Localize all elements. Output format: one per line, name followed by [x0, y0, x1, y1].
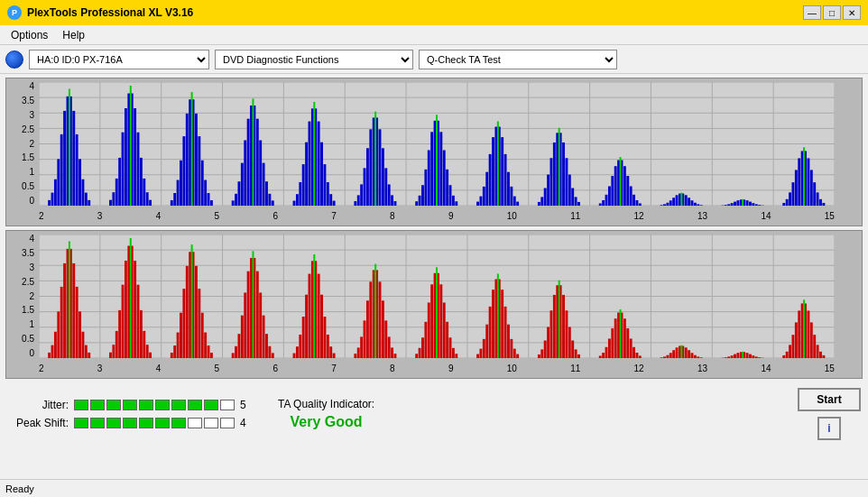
x-label-b: 2: [39, 364, 44, 373]
y-label-05: 0.5: [22, 182, 34, 191]
peak-seg-3: [106, 418, 121, 428]
close-button[interactable]: ✕: [843, 5, 861, 20]
menu-options[interactable]: Options: [4, 27, 55, 43]
minimize-button[interactable]: —: [803, 5, 821, 20]
y-label-4b: 4: [29, 235, 34, 244]
x-label: 11: [570, 211, 580, 221]
peak-seg-7: [171, 418, 186, 428]
quality-value: Very Good: [291, 414, 363, 430]
y-label-15b: 1.5: [22, 306, 34, 315]
window-controls: — □ ✕: [803, 5, 861, 20]
title-text: P PlexTools Professional XL V3.16: [7, 5, 193, 20]
x-label: 7: [331, 211, 337, 221]
y-label-35b: 3.5: [22, 249, 34, 258]
jitter-seg-9: [204, 400, 218, 410]
quality-section: TA Quality Indicator: Very Good: [278, 398, 374, 430]
jitter-value: 5: [240, 399, 251, 411]
y-label-2b: 2: [29, 292, 34, 301]
x-label: 13: [697, 211, 707, 221]
y-label-0: 0: [29, 197, 34, 206]
peak-seg-5: [139, 418, 153, 428]
x-label-b: 4: [156, 364, 162, 373]
y-label-35: 3.5: [22, 97, 34, 106]
metrics-left: Jitter: 5 Peak Shift:: [7, 399, 251, 429]
bottom-chart-container: 4 3.5 3 2.5 2 1.5 1 0.5 0 2 3 4 5 6 7 8 …: [5, 230, 863, 379]
bottom-chart-x-axis: 2 3 4 5 6 7 8 9 10 11 12 13 14 15: [39, 360, 835, 376]
y-label-4: 4: [29, 82, 34, 91]
peak-seg-1: [74, 418, 88, 428]
jitter-seg-7: [171, 400, 186, 410]
x-label-b: 12: [634, 364, 644, 373]
start-section: Start i: [798, 388, 861, 440]
title-bar: P PlexTools Professional XL V3.16 — □ ✕: [0, 0, 868, 25]
bottom-chart-inner: [39, 235, 835, 358]
peak-seg-2: [90, 418, 105, 428]
status-bar: Ready: [0, 479, 868, 497]
x-label: 3: [97, 211, 103, 221]
x-label: 15: [825, 211, 835, 221]
top-chart-container: 4 3.5 3 2.5 2 1.5 1 0.5 0 2 3 4 5 6 7 8 …: [5, 78, 863, 226]
peak-shift-value: 4: [240, 417, 251, 429]
y-label-2: 2: [29, 140, 34, 149]
x-label: 5: [215, 211, 220, 221]
y-label-0b: 0: [29, 349, 34, 358]
y-label-3b: 3: [29, 263, 34, 272]
test-select[interactable]: Q-Check TA Test: [419, 50, 617, 69]
jitter-seg-5: [139, 400, 153, 410]
y-label-15: 1.5: [22, 153, 34, 162]
bottom-chart-y-axis: 4 3.5 3 2.5 2 1.5 1 0.5 0: [6, 235, 37, 358]
peak-seg-6: [155, 418, 170, 428]
y-label-05b: 0.5: [22, 335, 34, 344]
x-label-b: 15: [825, 364, 835, 373]
peak-shift-label: Peak Shift:: [7, 417, 69, 429]
top-chart-canvas: [39, 82, 835, 206]
x-label-b: 13: [697, 364, 707, 373]
maximize-button[interactable]: □: [823, 5, 841, 20]
x-label: 12: [634, 211, 644, 221]
jitter-seg-10: [220, 400, 235, 410]
y-label-25: 2.5: [22, 125, 34, 134]
y-label-25b: 2.5: [22, 278, 34, 287]
peak-shift-meter: [74, 418, 235, 428]
top-chart-x-axis: 2 3 4 5 6 7 8 9 10 11 12 13 14 15: [39, 207, 835, 224]
jitter-seg-8: [188, 400, 202, 410]
bottom-panel: Jitter: 5 Peak Shift:: [0, 382, 868, 446]
x-label: 8: [390, 211, 395, 221]
device-select[interactable]: HA:0 ID:0 PX-716A: [29, 50, 209, 69]
y-label-1: 1: [29, 168, 34, 177]
jitter-seg-6: [155, 400, 170, 410]
x-label: 10: [507, 211, 517, 221]
x-label: 9: [448, 211, 454, 221]
x-label-b: 8: [390, 364, 395, 373]
x-label-b: 14: [761, 364, 771, 373]
x-label-b: 5: [215, 364, 220, 373]
peak-shift-row: Peak Shift: 4: [7, 417, 251, 429]
peak-seg-10: [220, 418, 235, 428]
quality-label: TA Quality Indicator:: [278, 398, 374, 410]
jitter-seg-3: [106, 400, 121, 410]
jitter-meter: [74, 400, 235, 410]
peak-seg-8: [188, 418, 202, 428]
status-text: Ready: [5, 483, 34, 494]
jitter-seg-4: [123, 400, 137, 410]
x-label-b: 6: [272, 364, 278, 373]
main-content: 4 3.5 3 2.5 2 1.5 1 0.5 0 2 3 4 5 6 7 8 …: [0, 74, 868, 382]
x-label: 4: [156, 211, 162, 221]
app-icon: P: [7, 5, 22, 20]
jitter-seg-2: [90, 400, 105, 410]
start-button[interactable]: Start: [798, 388, 861, 411]
jitter-row: Jitter: 5: [7, 399, 251, 411]
x-label-b: 10: [507, 364, 517, 373]
x-label-b: 7: [331, 364, 337, 373]
function-select[interactable]: DVD Diagnostic Functions: [215, 50, 413, 69]
top-chart-inner: [39, 82, 835, 206]
x-label: 14: [761, 211, 771, 221]
menu-bar: Options Help: [0, 25, 868, 45]
app-title: PlexTools Professional XL V3.16: [27, 6, 193, 19]
info-button[interactable]: i: [817, 417, 841, 440]
peak-seg-9: [204, 418, 218, 428]
jitter-seg-1: [74, 400, 88, 410]
peak-seg-4: [123, 418, 137, 428]
y-label-1b: 1: [29, 320, 34, 329]
menu-help[interactable]: Help: [55, 27, 92, 43]
